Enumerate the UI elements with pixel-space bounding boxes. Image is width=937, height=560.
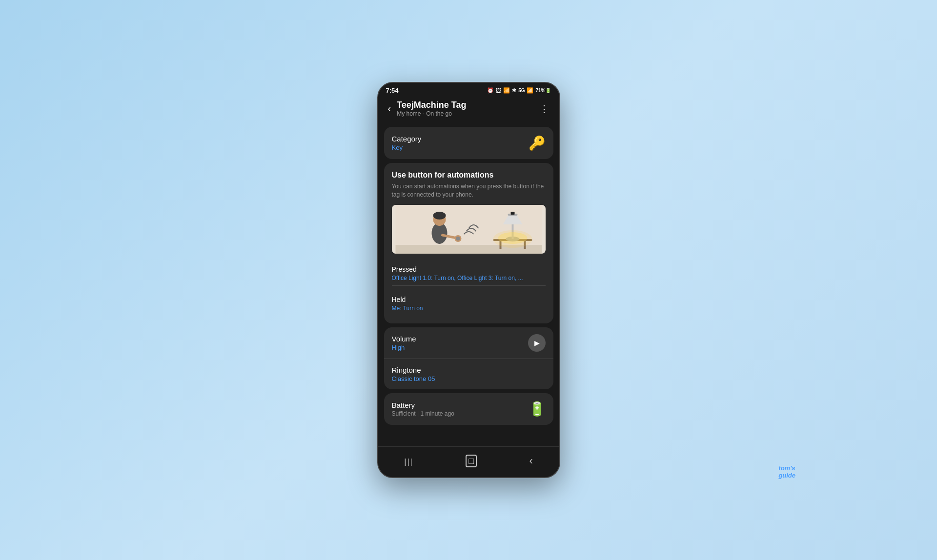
nav-home-button[interactable]: □ (456, 452, 487, 470)
volume-value: High (392, 344, 416, 351)
image-icon: 🖼 (496, 88, 501, 94)
battery-status: Sufficient | 1 minute ago (392, 410, 454, 417)
battery-card[interactable]: Battery Sufficient | 1 minute ago 🔋 (384, 393, 553, 425)
ringtone-value: Classic tone 05 (392, 375, 546, 382)
category-label: Category (392, 135, 422, 143)
recent-apps-icon: ||| (404, 458, 413, 466)
svg-point-4 (433, 212, 446, 220)
volume-text-group: Volume High (392, 335, 416, 351)
pressed-value: Office Light 1.0: Turn on, Office Light … (392, 275, 546, 281)
automation-card: Use button for automations You can start… (384, 163, 553, 323)
category-text-group: Category Key (392, 135, 422, 151)
held-row[interactable]: Held Me: Turn on (392, 292, 546, 316)
category-value: Key (392, 144, 422, 151)
app-title: TeejMachine Tag (397, 100, 537, 110)
nav-recent-button[interactable]: ||| (394, 453, 423, 470)
app-bar-title-group: TeejMachine Tag My home - On the go (397, 100, 537, 117)
app-bar: ‹ TeejMachine Tag My home - On the go ⋮ (378, 96, 559, 123)
pressed-label: Pressed (392, 265, 546, 273)
status-icons: ⏰ 🖼 📶 ✱ 5G 📶 71%🔋 (487, 87, 551, 94)
content-scroll: Category Key 🔑 Use button for automation… (378, 123, 559, 446)
battery-text-group: Battery Sufficient | 1 minute ago (392, 401, 454, 417)
bottom-nav: ||| □ ‹ (378, 446, 559, 477)
battery-full-icon: 🔋 (529, 401, 546, 417)
key-icon: 🔑 (529, 135, 546, 151)
status-time: 7:54 (386, 87, 399, 94)
status-bar: 7:54 ⏰ 🖼 📶 ✱ 5G 📶 71%🔋 (378, 83, 559, 96)
volume-label: Volume (392, 335, 416, 343)
watermark: tom's guide (778, 464, 795, 480)
signal-icon: 📶 (527, 87, 533, 94)
bluetooth-icon: ✱ (512, 87, 516, 94)
row-divider (392, 285, 546, 286)
battery-label: Battery (392, 401, 454, 409)
wifi-icon: 📶 (503, 87, 510, 94)
back-button[interactable]: ‹ (386, 101, 393, 116)
held-value: Me: Turn on (392, 305, 546, 312)
svg-rect-17 (510, 212, 514, 215)
volume-ringtone-card: Volume High ▶ Ringtone Classic tone 05 (384, 327, 553, 389)
ringtone-row[interactable]: Ringtone Classic tone 05 (384, 359, 553, 389)
app-subtitle: My home - On the go (397, 110, 537, 117)
svg-point-7 (456, 237, 460, 240)
battery-status-icon: 71%🔋 (535, 88, 551, 93)
category-card[interactable]: Category Key 🔑 (384, 127, 553, 159)
held-label: Held (392, 296, 546, 303)
watermark-line1: tom's (778, 464, 795, 472)
pressed-row[interactable]: Pressed Office Light 1.0: Turn on, Offic… (392, 261, 546, 285)
automation-description: You can start automations when you press… (392, 182, 546, 199)
ringtone-label: Ringtone (392, 366, 546, 374)
nav-back-button[interactable]: ‹ (519, 452, 542, 470)
back-nav-icon: ‹ (529, 455, 532, 467)
automation-title: Use button for automations (392, 171, 546, 180)
svg-point-16 (493, 230, 532, 248)
play-icon: ▶ (534, 339, 540, 347)
watermark-line2: guide (778, 472, 795, 480)
home-icon: □ (466, 455, 477, 467)
more-options-button[interactable]: ⋮ (537, 101, 551, 117)
phone-frame: 7:54 ⏰ 🖼 📶 ✱ 5G 📶 71%🔋 ‹ TeejMachine Tag… (377, 82, 560, 478)
volume-row[interactable]: Volume High ▶ (384, 327, 553, 359)
alarm-icon: ⏰ (487, 87, 494, 94)
automation-image (392, 205, 546, 254)
play-button[interactable]: ▶ (528, 334, 546, 352)
network-icon: 5G (518, 88, 525, 93)
